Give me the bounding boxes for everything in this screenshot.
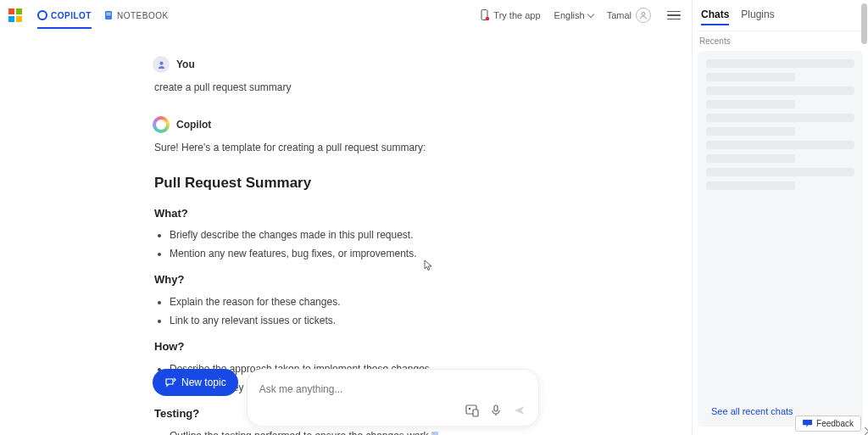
mic-icon[interactable] — [489, 404, 503, 417]
recents-card: See all recent chats — [698, 51, 863, 427]
hamburger-menu[interactable] — [665, 8, 683, 23]
svg-rect-2 — [8, 16, 14, 22]
svg-rect-6 — [106, 13, 110, 14]
svg-rect-1 — [16, 8, 22, 14]
svg-rect-15 — [494, 405, 498, 411]
tab-label: NOTEBOOK — [117, 11, 169, 20]
user-avatar-icon — [636, 8, 651, 23]
phone-icon — [480, 9, 490, 21]
list-item: Outline the testing performed to ensure … — [170, 428, 658, 435]
pr-heading: Why? — [154, 271, 658, 289]
new-topic-label: New topic — [181, 376, 226, 388]
notebook-icon — [103, 10, 114, 20]
list-item: Explain the reason for these changes. — [170, 294, 658, 310]
image-input-icon[interactable] — [465, 404, 479, 417]
vertical-scrollbar[interactable] — [860, 0, 868, 435]
new-topic-icon — [164, 376, 176, 388]
pr-heading: How? — [154, 338, 658, 356]
user-name: Tamal — [607, 10, 632, 20]
pr-heading: What? — [154, 205, 658, 223]
language-selector[interactable]: English — [554, 10, 593, 20]
list-item: Briefly describe the changes made in thi… — [170, 227, 658, 243]
recents-label: Recents — [698, 31, 863, 51]
composer[interactable] — [247, 369, 539, 427]
copilot-icon — [37, 10, 47, 20]
svg-point-10 — [642, 12, 645, 15]
user-text: create a pull request summary — [153, 80, 658, 96]
pr-list: Briefly describe the changes made in thi… — [154, 227, 658, 261]
typing-cursor-icon — [431, 432, 438, 435]
language-label: English — [554, 10, 585, 20]
feedback-icon — [803, 420, 812, 427]
svg-point-4 — [38, 11, 47, 20]
svg-rect-0 — [8, 8, 14, 14]
svg-rect-14 — [473, 410, 478, 416]
svg-rect-7 — [106, 14, 110, 15]
svg-point-11 — [159, 61, 163, 64]
svg-rect-3 — [16, 16, 22, 22]
try-app-label: Try the app — [493, 10, 540, 20]
pr-title: Pull Request Summary — [154, 171, 658, 194]
feedback-button[interactable]: Feedback — [795, 415, 861, 432]
scrollbar-thumb[interactable] — [861, 3, 867, 44]
resize-handle-icon[interactable] — [861, 428, 868, 435]
user-label: You — [176, 59, 195, 70]
header: COPILOT NOTEBOOK Try the app En — [0, 0, 692, 31]
pr-list: Outline the testing performed to ensure … — [154, 428, 658, 435]
main-tabs: COPILOT NOTEBOOK — [37, 2, 169, 29]
sidebar-tab-chats[interactable]: Chats — [701, 8, 729, 25]
tab-label: COPILOT — [51, 11, 92, 20]
try-app-link[interactable]: Try the app — [480, 9, 540, 21]
mouse-cursor-icon — [424, 259, 433, 274]
user-avatar — [153, 56, 170, 73]
pr-list: Explain the reason for these changes. Li… — [154, 294, 658, 328]
tab-notebook[interactable]: NOTEBOOK — [103, 2, 169, 29]
sidebar-tab-plugins[interactable]: Plugins — [741, 8, 774, 25]
user-menu[interactable]: Tamal — [607, 8, 651, 23]
send-icon[interactable] — [513, 404, 526, 417]
user-message: You create a pull request summary — [153, 56, 658, 96]
copilot-intro: Sure! Here's a template for creating a p… — [154, 140, 658, 156]
right-sidebar: Chats Plugins Recents See all recent cha… — [692, 0, 868, 435]
copilot-label: Copilot — [176, 119, 211, 131]
list-item: Mention any new features, bug fixes, or … — [170, 246, 658, 261]
copilot-avatar — [153, 116, 170, 133]
svg-point-9 — [486, 17, 489, 20]
tab-copilot[interactable]: COPILOT — [37, 2, 92, 29]
microsoft-logo — [8, 8, 22, 22]
list-item: Link to any relevant issues or tickets. — [170, 313, 658, 328]
chevron-down-icon — [587, 11, 593, 18]
svg-point-13 — [469, 408, 471, 410]
feedback-label: Feedback — [816, 419, 854, 428]
new-topic-button[interactable]: New topic — [153, 369, 238, 396]
composer-input[interactable] — [259, 382, 526, 397]
